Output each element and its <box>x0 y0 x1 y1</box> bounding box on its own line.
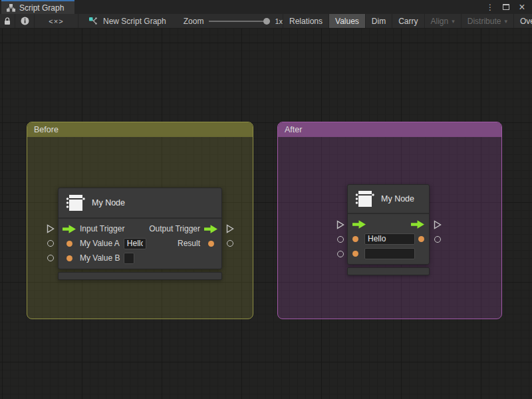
value-b-label: My Value B <box>80 253 120 263</box>
node-before-footer <box>58 272 222 280</box>
code-preview-button[interactable]: <×> <box>35 14 78 28</box>
outer-value-b-port[interactable] <box>47 255 54 261</box>
value-b-port[interactable] <box>352 251 358 257</box>
graph-hierarchy-icon <box>7 4 15 12</box>
distribute-dropdown[interactable]: Distribute ▾ <box>461 14 513 28</box>
toolbar-right-buttons: Relations Values Dim Carry Align ▾ Distr… <box>283 14 532 28</box>
value-a-port[interactable] <box>352 236 358 242</box>
overview-button[interactable]: Overview <box>513 14 532 28</box>
outer-input-trigger-port[interactable] <box>47 224 55 233</box>
dim-label: Dim <box>372 17 386 26</box>
script-graph-window: Script Graph ⋮ × <×> <box>0 0 532 399</box>
input-trigger-port[interactable] <box>63 225 76 233</box>
outer-output-trigger-port[interactable] <box>434 220 442 229</box>
output-trigger-port[interactable] <box>411 220 424 229</box>
result-label: Result <box>178 239 200 248</box>
outer-output-trigger-port[interactable] <box>226 224 234 233</box>
value-a-field[interactable] <box>124 238 146 249</box>
hollow-triangle-icon <box>336 220 344 229</box>
result-port[interactable] <box>418 236 424 242</box>
value-port-icon <box>208 241 214 247</box>
graph-toolbar: <×> New Script Graph Zoom 1x Relations V… <box>0 14 532 29</box>
node-before-body[interactable]: My Node Input Trigger Output Trigger <box>58 188 222 269</box>
chevron-down-icon: ▾ <box>504 18 507 25</box>
info-button[interactable] <box>15 14 35 28</box>
window-controls: ⋮ × <box>484 0 532 14</box>
lock-icon <box>4 17 11 25</box>
output-trigger-port[interactable] <box>204 225 217 233</box>
close-icon[interactable]: × <box>516 1 528 13</box>
outer-value-b-port[interactable] <box>337 251 344 257</box>
node-after-header[interactable]: My Node <box>348 185 429 214</box>
hollow-triangle-icon <box>434 220 442 229</box>
zoom-slider[interactable] <box>209 14 270 29</box>
overview-label: Overview <box>520 17 532 26</box>
node-after-footer <box>347 267 430 275</box>
align-dropdown[interactable]: Align ▾ <box>424 14 461 28</box>
graph-canvas[interactable]: Before After <box>0 29 532 399</box>
node-after: My Node <box>347 184 430 275</box>
zoom-control: Zoom 1x <box>184 14 283 28</box>
outer-result-port[interactable] <box>227 240 233 247</box>
distribute-label: Distribute <box>467 17 501 26</box>
maximize-glyph <box>503 4 509 10</box>
value-b-field[interactable] <box>124 253 134 264</box>
outer-input-trigger-port[interactable] <box>336 220 344 229</box>
tab-bar: Script Graph ⋮ × <box>0 0 532 14</box>
graph-asset-button[interactable]: New Script Graph <box>78 14 166 28</box>
input-trigger-label: Input Trigger <box>80 224 124 233</box>
zoom-value: 1x <box>275 17 283 25</box>
value-a-port[interactable] <box>63 241 76 247</box>
port-row <box>348 231 429 246</box>
relations-button[interactable]: Relations <box>283 14 329 28</box>
node-after-body[interactable]: My Node <box>347 184 430 265</box>
value-b-field[interactable] <box>364 248 415 259</box>
node-after-title: My Node <box>381 194 414 203</box>
outer-value-a-port[interactable] <box>47 240 54 247</box>
group-before-header[interactable]: Before <box>27 122 253 137</box>
hollow-triangle-icon <box>47 224 55 233</box>
node-before-header[interactable]: My Node <box>59 188 221 219</box>
flow-arrow-icon <box>204 225 217 233</box>
values-button[interactable]: Values <box>329 14 365 28</box>
node-before: My Node Input Trigger Output Trigger <box>58 188 222 280</box>
zoom-slider-handle[interactable] <box>263 18 270 25</box>
value-a-field[interactable] <box>364 233 415 245</box>
graph-asset-label: New Script Graph <box>103 17 166 26</box>
group-before-label: Before <box>34 125 59 134</box>
value-b-port[interactable] <box>63 255 76 261</box>
result-port[interactable] <box>204 241 217 247</box>
relations-label: Relations <box>289 17 323 26</box>
flow-arrow-icon <box>411 220 424 229</box>
kebab-menu-icon[interactable]: ⋮ <box>484 1 496 13</box>
zoom-slider-track[interactable] <box>209 21 270 22</box>
align-label: Align <box>431 17 449 26</box>
value-port-icon <box>66 241 72 247</box>
outer-value-a-port[interactable] <box>337 236 344 243</box>
group-after-label: After <box>285 125 302 134</box>
unit-node-icon <box>354 190 374 208</box>
node-before-ports: Input Trigger Output Trigger My Value A <box>59 219 221 269</box>
port-row <box>348 217 429 231</box>
carry-label: Carry <box>398 17 418 26</box>
carry-button[interactable]: Carry <box>392 14 424 28</box>
maximize-icon[interactable] <box>500 1 512 13</box>
values-label: Values <box>335 17 359 26</box>
script-graph-asset-icon <box>88 17 98 25</box>
input-trigger-port[interactable] <box>352 220 366 229</box>
port-row: My Value A Result <box>59 236 221 251</box>
group-after-header[interactable]: After <box>278 122 501 137</box>
lock-button[interactable] <box>0 14 15 28</box>
info-icon <box>21 17 29 25</box>
port-row <box>348 246 429 261</box>
flow-arrow-icon <box>63 225 76 233</box>
zoom-label: Zoom <box>184 17 204 26</box>
dim-button[interactable]: Dim <box>365 14 392 28</box>
port-row: Input Trigger Output Trigger <box>59 221 221 236</box>
outer-result-port[interactable] <box>434 236 441 243</box>
tab-script-graph[interactable]: Script Graph <box>1 0 74 14</box>
value-port-icon <box>66 255 72 261</box>
chevron-down-icon: ▾ <box>452 18 455 25</box>
output-trigger-label: Output Trigger <box>149 224 200 233</box>
flow-arrow-icon <box>352 220 366 229</box>
